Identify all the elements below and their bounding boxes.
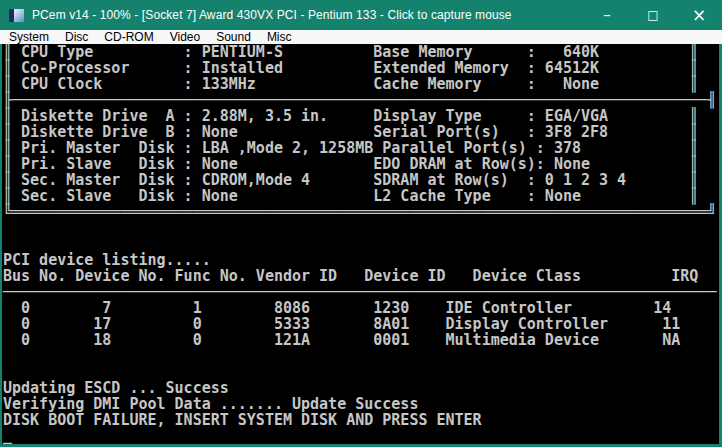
titlebar[interactable]: PCem v14 - 100% - [Socket 7] Award 430VX… [0,0,722,30]
pcem-app-icon [9,9,24,22]
menu-item-video[interactable]: Video [162,30,208,44]
menu-bar: System Disc CD-ROM Video Sound Misc [0,30,722,44]
menu-item-cdrom[interactable]: CD-ROM [96,30,161,44]
maximize-button-icon[interactable]: □ [630,0,676,30]
menu-item-system[interactable]: System [1,30,57,44]
emulated-screen[interactable]: ║ CPU Type : PENTIUM-S Base Memory : 640… [0,44,722,447]
close-button-icon[interactable]: × [676,0,722,30]
window-controls: – □ × [584,0,722,30]
minimize-button-icon[interactable]: – [584,0,630,34]
window-title: PCem v14 - 100% - [Socket 7] Award 430VX… [32,8,584,22]
menu-item-misc[interactable]: Misc [259,30,300,44]
pcem-window: PCem v14 - 100% - [Socket 7] Award 430VX… [0,0,722,447]
menu-item-sound[interactable]: Sound [208,30,259,44]
bios-post-text: ║ CPU Type : PENTIUM-S Base Memory : 640… [2,44,719,444]
menu-item-disc[interactable]: Disc [57,30,96,44]
